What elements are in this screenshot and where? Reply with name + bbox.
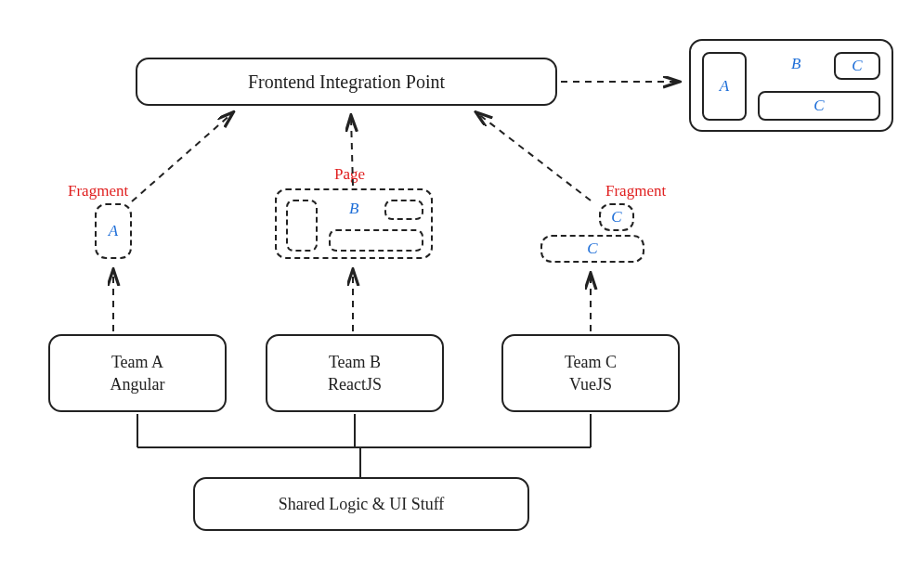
team-b-name: Team B xyxy=(329,351,381,373)
shared-label: Shared Logic & UI Stuff xyxy=(279,493,445,515)
integration-point-box: Frontend Integration Point xyxy=(136,58,557,106)
page-slot-bottom xyxy=(329,229,423,252)
fragment-a-letter: A xyxy=(109,222,118,240)
result-letter-c1: C xyxy=(852,56,862,77)
team-c-box: Team C VueJS xyxy=(501,334,680,412)
team-a-box: Team A Angular xyxy=(48,334,227,412)
page-box: B xyxy=(275,188,433,259)
result-slot-c1: C xyxy=(834,52,880,80)
page-slot-topright xyxy=(384,200,423,220)
fragment-c-label: Fragment xyxy=(605,182,666,200)
integration-title: Frontend Integration Point xyxy=(248,70,445,95)
team-b-box: Team B ReactJS xyxy=(266,334,444,412)
svg-line-0 xyxy=(132,113,232,201)
fragment-a-box: A xyxy=(95,203,132,259)
team-a-tech: Angular xyxy=(111,373,165,395)
result-composite-box: A B C C xyxy=(689,39,893,132)
result-letter-b: B xyxy=(791,54,800,75)
page-slot-left xyxy=(286,200,318,252)
fragment-a-label: Fragment xyxy=(68,182,128,200)
page-letter: B xyxy=(349,200,358,218)
result-slot-c2: C xyxy=(758,91,880,121)
result-slot-a: A xyxy=(702,52,747,121)
team-b-tech: ReactJS xyxy=(328,373,382,395)
result-letter-c2: C xyxy=(813,96,824,117)
fragment-c-bottom-box: C xyxy=(540,235,644,263)
page-label: Page xyxy=(334,165,365,184)
svg-line-2 xyxy=(477,113,591,200)
team-a-name: Team A xyxy=(111,351,163,373)
fragment-c-letter-bottom: C xyxy=(587,239,597,258)
shared-box: Shared Logic & UI Stuff xyxy=(193,477,529,531)
fragment-c-letter-top: C xyxy=(611,208,621,226)
team-c-tech: VueJS xyxy=(569,373,612,395)
result-letter-a: A xyxy=(720,76,729,97)
team-c-name: Team C xyxy=(565,351,617,373)
fragment-c-top-box: C xyxy=(599,203,634,231)
